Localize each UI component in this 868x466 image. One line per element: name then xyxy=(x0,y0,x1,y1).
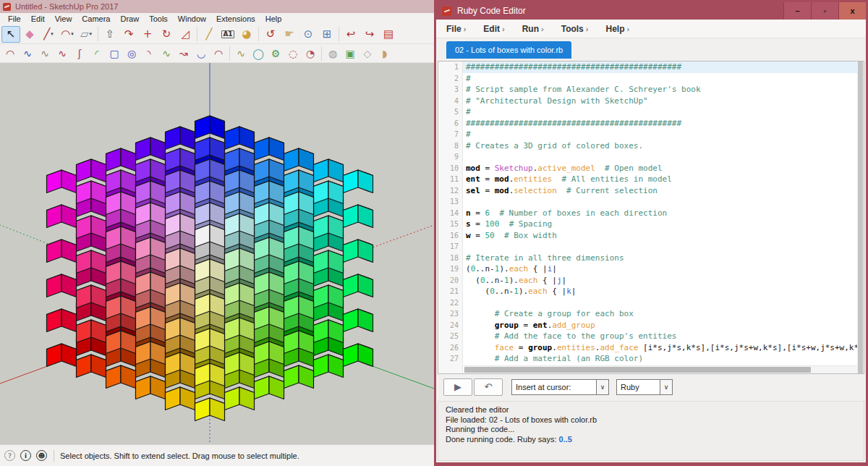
color-box-2-5-0[interactable] xyxy=(284,365,314,389)
menu-view[interactable]: View xyxy=(50,14,77,24)
menu-help[interactable]: Help xyxy=(260,14,287,24)
color-box-0-4-5[interactable] xyxy=(314,159,344,182)
code-line[interactable] xyxy=(466,196,864,208)
code-line[interactable]: # "Architectural Design with SketchUp" xyxy=(466,96,864,107)
code-editor-area[interactable]: 1234567891011121314151617181920212223242… xyxy=(438,61,864,374)
color-box-0-3-5[interactable] xyxy=(284,148,314,171)
arc-segment-tool[interactable]: ◠ xyxy=(210,45,227,62)
code-line[interactable]: n = 6 # Number of boxes in each directio… xyxy=(466,208,864,219)
pie-tool[interactable]: ◔ xyxy=(302,45,319,62)
maximize-button[interactable]: ▫ xyxy=(811,2,838,20)
paint-bucket-tool[interactable]: ◕ xyxy=(237,26,256,43)
code-lines[interactable]: ########################################… xyxy=(463,62,864,373)
code-line[interactable]: # xyxy=(466,129,864,140)
orbit-tool[interactable]: ↺ xyxy=(261,26,280,43)
bezier-curve-tool[interactable]: ∿ xyxy=(19,45,36,62)
color-box-4-5-0[interactable] xyxy=(225,387,255,410)
scale-tool[interactable]: ◿ xyxy=(176,26,195,43)
code-line[interactable] xyxy=(466,241,864,253)
move-tool[interactable]: + xyxy=(138,26,157,43)
color-box-0-5-3[interactable] xyxy=(344,240,373,263)
insert-at-cursor-select[interactable]: Insert at cursor: ∨ xyxy=(511,379,609,395)
color-box-5-0-4[interactable] xyxy=(47,205,77,228)
minimize-button[interactable]: – xyxy=(783,2,811,20)
polyline-3d-tool[interactable]: ∿ xyxy=(232,45,250,62)
color-box-5-5-0[interactable] xyxy=(195,398,225,421)
select-tool[interactable]: ↖ xyxy=(1,26,20,43)
code-line[interactable]: sel = mod.selection # Current selection xyxy=(466,185,864,197)
sketchup-titlebar[interactable]: Untitled - SketchUp Pro 2017 xyxy=(0,0,434,13)
zoom-extents-tool[interactable]: ⊞ xyxy=(318,26,336,43)
color-box-0-5-0[interactable] xyxy=(344,344,373,367)
color-box-5-2-0[interactable] xyxy=(106,365,136,389)
menu-tools[interactable]: Tools xyxy=(144,14,173,24)
code-line[interactable]: # Script sample from Alexander C. Schrey… xyxy=(466,84,864,96)
color-box-0-1-5[interactable] xyxy=(225,127,255,150)
color-box-5-0-1[interactable] xyxy=(47,309,77,332)
color-box-1-0-5[interactable] xyxy=(166,127,195,150)
open-file-tab[interactable]: 02 - Lots of boxes with color.rb xyxy=(446,41,571,59)
pan-tool[interactable]: ☛ xyxy=(280,26,299,43)
menu-draw[interactable]: Draw xyxy=(115,14,144,24)
color-box-1-5-0[interactable] xyxy=(314,355,344,378)
soap-bubble-tool[interactable]: ▣ xyxy=(341,45,359,62)
info-icon[interactable]: i xyxy=(20,450,31,461)
vertical-scrollbar-thumb[interactable] xyxy=(858,62,863,373)
menu-help[interactable]: Help› xyxy=(605,24,629,34)
repair-tool[interactable]: ⚙ xyxy=(267,45,284,62)
color-box-5-3-0[interactable] xyxy=(136,376,166,399)
arc-green-tool[interactable]: ◜ xyxy=(88,45,106,62)
color-box-5-1-0[interactable] xyxy=(77,355,106,378)
code-line[interactable]: ########################################… xyxy=(463,62,864,73)
menu-file[interactable]: File xyxy=(3,14,26,24)
ruby-editor-titlebar[interactable]: Ruby Code Editor – ▫ x xyxy=(436,2,866,20)
rgb-cube-canvas[interactable] xyxy=(0,63,434,444)
menu-extensions[interactable]: Extensions xyxy=(211,14,260,24)
horizontal-scrollbar-thumb[interactable] xyxy=(464,367,811,373)
spline-tool[interactable]: ʃ xyxy=(71,45,88,62)
arc-tool[interactable]: ◠▾ xyxy=(58,26,77,43)
code-line[interactable]: # Create a group for each box xyxy=(466,308,864,320)
menu-run[interactable]: Run› xyxy=(522,24,544,34)
rounded-rectangle-tool[interactable]: ▢ xyxy=(106,45,123,62)
sketchup-3d-viewport[interactable] xyxy=(0,63,434,444)
code-line[interactable]: group = ent.add_group xyxy=(466,320,864,331)
code-line[interactable] xyxy=(466,297,864,309)
code-line[interactable]: ent = mod.entities # All entities in mod… xyxy=(466,174,864,185)
code-line[interactable]: (0..n-1).each { |j| xyxy=(466,275,864,287)
rectangle-tool[interactable]: ▱▾ xyxy=(77,26,95,43)
rotate-tool[interactable]: ↻ xyxy=(157,26,176,43)
code-line[interactable]: # xyxy=(466,73,864,85)
pushpull-tool[interactable]: ⇧ xyxy=(101,26,119,43)
polyhedron-tool[interactable]: ◇ xyxy=(359,45,376,62)
color-box-4-0-5[interactable] xyxy=(77,159,106,182)
code-line[interactable]: # Creates a 3D grid of colored boxes. xyxy=(466,140,864,152)
user-icon[interactable]: ☻ xyxy=(36,450,47,461)
polyline-curve-tool[interactable]: ∿ xyxy=(54,45,71,62)
ruby-result-link[interactable]: 0..5 xyxy=(559,435,572,444)
language-select[interactable]: Ruby ∨ xyxy=(616,379,673,395)
previous-view-tool[interactable]: ↩ xyxy=(341,26,360,43)
color-box-5-0-2[interactable] xyxy=(47,274,77,297)
send-to-layout-tool[interactable]: ▤ xyxy=(379,26,398,43)
freehand-curve-tool[interactable]: ∿ xyxy=(36,45,54,62)
close-button[interactable]: x xyxy=(838,2,866,20)
menu-edit[interactable]: Edit› xyxy=(483,24,504,34)
text-tool[interactable]: A1 xyxy=(218,26,237,43)
zoom-tool[interactable]: ⊙ xyxy=(299,26,318,43)
code-line[interactable]: # Iterate in all three dimensions xyxy=(466,253,864,264)
arc-curve-tool[interactable]: ◠ xyxy=(1,45,19,62)
color-box-5-0-3[interactable] xyxy=(47,240,77,263)
code-line[interactable]: # xyxy=(466,106,864,118)
color-box-0-5-1[interactable] xyxy=(344,309,373,332)
horizontal-scrollbar[interactable] xyxy=(464,365,857,373)
code-line[interactable]: face = group.entities.add_face [i*s,j*s,… xyxy=(466,342,864,354)
tape-measure-tool[interactable]: ╱ xyxy=(200,26,218,43)
hook-curve-tool[interactable]: ↝ xyxy=(175,45,192,62)
menu-file[interactable]: File› xyxy=(446,24,466,34)
zigzag-tool[interactable]: ∿ xyxy=(158,45,175,62)
color-box-0-2-5[interactable] xyxy=(255,137,284,161)
color-box-2-0-5[interactable] xyxy=(136,137,166,161)
vertical-scrollbar[interactable] xyxy=(857,62,864,373)
color-box-3-0-5[interactable] xyxy=(106,148,136,171)
